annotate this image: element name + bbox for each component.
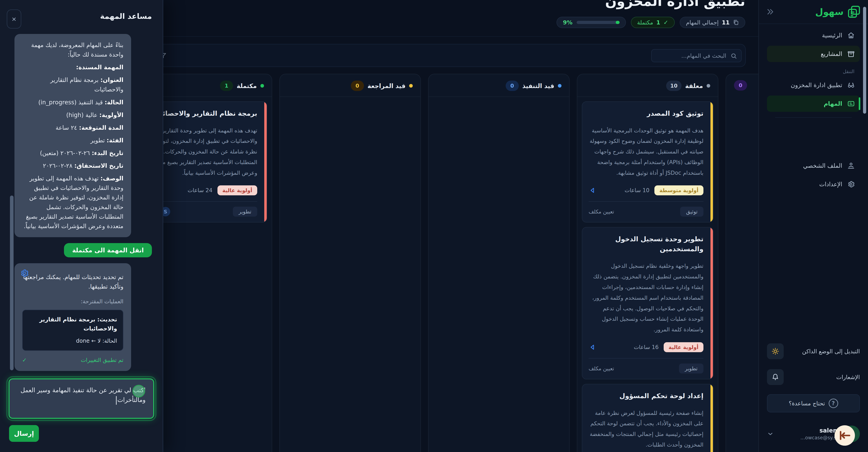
suggested-operation: تحديث: برمجة نظام التقارير والاحصائيات ا… [22,310,123,351]
total-tasks-label: إجمالي المهام [686,19,719,26]
user-email: …owcase@sy.sa [800,434,839,441]
user-message: انقل المهمة الى مكتملة [64,243,152,257]
total-tasks-value: 11 [722,19,730,26]
estimated-hours: 16 ساعات [634,344,659,350]
column-header: معلقة 10 [577,74,718,97]
priority-badge: أولوية عالية [217,186,257,195]
user-info: salem …owcase@sy.sa [800,427,839,441]
priority-badge: أولوية متوسطة [654,186,704,195]
home-icon [847,31,855,39]
completed-tasks-label: مكتملة [637,19,653,26]
chat-messages: بناءً على المهام المعروضة، لديك مهمة واح… [14,34,152,376]
page-title: تطبيق ادارة المخزون [605,0,745,9]
column-name: قيد المراجعة [368,82,405,89]
chevron-down-icon [767,430,774,437]
clipboard-icon [733,20,739,26]
collapse-sidebar-icon[interactable] [766,7,775,16]
applied-note: ✓ تم تطبيق التغييرات [22,356,123,365]
theme-toggle-button[interactable] [767,343,784,359]
project-stats: 11 إجمالي المهام ✓ 1 مكتملة 9% [557,17,745,28]
category-tag: تطوير [233,207,257,217]
task-description: إنشاء صفحة رئيسية للمسؤول لعرض نظرة عامة… [589,408,704,450]
search-box [651,49,742,62]
column-count: 10 [666,81,682,91]
message-text: انقل المهمة الى مكتملة [72,247,144,254]
task-title: إعداد لوحة تحكم المسؤول [589,391,704,401]
completed-tasks-pill: ✓ 1 مكتملة [631,17,675,28]
sidebar-item-label: تطبيق ادارة المخزون [791,82,842,88]
user-menu[interactable]: salem …owcase@sy.sa [767,421,860,446]
column-count: 1 [220,81,233,91]
profile-icon [847,162,855,170]
brand: سهول [815,4,861,19]
sidebar-item-home[interactable]: الرئيسية [767,27,860,44]
check-icon: ✓ [22,356,27,365]
sidebar-item-label: المهام [824,100,842,107]
task-title: تطوير وحدة تسجيل الدخول والمستخدمين [589,234,704,254]
status-dot [409,84,413,88]
sidebar-item-tasks[interactable]: المهام [767,95,860,112]
column-pending: معلقة 10 توثيق كود المصدر هدف المهمة هو … [577,74,718,452]
dark-mode-label: التبديل إلى الوضع الداكن [802,348,860,355]
sidebar-item-label: الرئيسية [822,32,842,39]
notifications-row: الإشعارات [767,368,860,386]
priority-badge: أولوية عالية [664,342,704,352]
priority-bar [710,102,713,222]
app-root: تطبيق ادارة المخزون 11 إجمالي المهام ✓ 1… [0,0,868,452]
sidebar-item-inventory-app[interactable]: تطبيق ادارة المخزون [767,77,860,93]
task-description: تطوير واجهة وخلفية نظام تسجيل الدخول وال… [589,261,704,335]
tasks-icon [847,100,855,108]
search-input[interactable] [652,50,741,62]
text-caret [116,396,117,405]
category-tag: توثيق [680,207,704,217]
speak-icon[interactable] [589,343,596,351]
task-card[interactable]: تطوير وحدة تسجيل الدخول والمستخدمين تطوي… [582,227,713,379]
assistant-message: تم تحديد تحديثات للمهام. يمكنك مراجعتها … [14,263,131,371]
dark-mode-row: التبديل إلى الوضع الداكن [767,342,860,360]
assign-action[interactable]: تعيين مكلف [589,209,614,215]
close-panel-button[interactable]: × [7,9,21,29]
notifications-label: الإشعارات [836,374,860,380]
column-name: قيد التنفيذ [522,82,554,89]
task-card[interactable]: توثيق كود المصدر هدف المهمة هو توثيق الو… [582,102,713,223]
window-scrollbar[interactable] [863,7,866,114]
sidebar-item-label: المشاريع [821,51,842,57]
chat-input[interactable]: اكتب لي تقرير عن حالة تنفيذ المهامة وسير… [8,378,154,419]
notifications-button[interactable] [767,369,784,385]
sidebar-item-profile[interactable]: الملف الشخصي [767,158,860,174]
sidebar-divider [775,117,852,118]
task-assistant-panel: × مساعد المهمة بناءً على المهام المعروضة… [0,0,163,452]
help-button[interactable]: ? تحتاج مساعدة؟ [767,394,860,413]
sidebar-item-settings[interactable]: الإعدادات [767,176,860,192]
column-in-progress: قيد التنفيذ 0 [428,74,569,452]
column-count: 0 [351,81,364,91]
message-text: تم تحديد تحديثات للمهام. يمكنك مراجعتها … [22,272,123,291]
priority-bar [264,102,267,222]
brand-name: سهول [815,6,844,17]
archive-icon [847,50,855,58]
check-icon: ✓ [663,19,669,26]
column-count: 0 [506,81,519,91]
panel-scrollbar[interactable] [10,196,13,370]
task-card[interactable]: إعداد لوحة تحكم المسؤول إنشاء صفحة رئيسي… [582,384,713,452]
progress-bar [577,21,620,24]
progress-bar-fill [616,21,620,24]
column-extra-count: 0 [734,80,747,90]
assistant-message: بناءً على المهام المعروضة، لديك مهمة واح… [14,34,131,237]
brand-logo-icon [847,4,861,19]
question-icon: ? [829,399,838,408]
progress-pill: 9% [557,17,626,28]
sidebar-item-projects[interactable]: المشاريع [767,46,860,62]
message-heading: المهمة المسندة: [76,64,123,70]
send-button[interactable]: إرسال [9,425,39,442]
message-text: بناءً على المهام المعروضة، لديك مهمة واح… [22,40,123,59]
column-extra: 0 [725,74,758,452]
assign-action[interactable]: تعيين مكلف [589,366,614,371]
column-header: قيد التنفيذ 0 [429,74,569,97]
status-dot [558,84,561,88]
column-name: مكتملة [237,82,257,89]
speak-icon[interactable] [589,187,596,194]
estimated-hours: 24 ساعات [188,187,213,194]
column-header: قيد المراجعة 0 [280,74,421,97]
binoculars-icon [847,81,855,89]
